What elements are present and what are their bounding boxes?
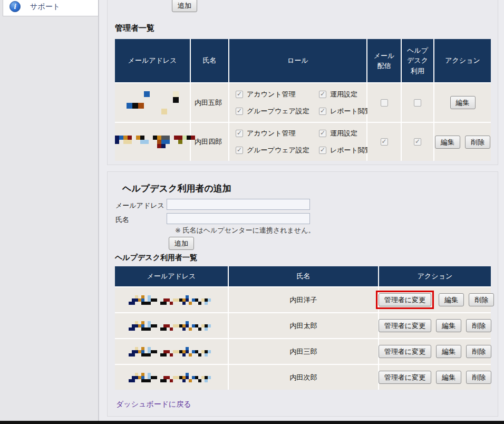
mosaic-block [127,103,132,109]
mosaic-block [144,91,150,97]
role-item: 運用設定 [319,90,370,99]
mosaic-block [154,376,157,379]
role-item: アカウント管理 [236,90,319,99]
add-helpdesk-user-button[interactable]: 追加 [169,237,194,250]
mosaic-block [174,136,178,140]
redacted-email-mosaic [129,347,214,356]
delete-button[interactable]: 削除 [466,319,491,332]
add-admin-button[interactable]: 追加 [172,0,197,12]
role-checkbox[interactable] [319,130,326,137]
edit-button[interactable]: 編集 [436,345,461,358]
edit-button[interactable]: 編集 [435,136,460,149]
mosaic-block [205,353,208,356]
mosaic-block [170,327,173,331]
role-checkbox[interactable] [236,91,243,98]
mosaic-block [189,302,192,305]
mosaic-block [157,144,161,148]
mosaic-block [161,144,166,148]
email-field[interactable] [167,199,310,210]
mosaic-block [173,97,179,103]
sidebar-item-support[interactable]: i サポート [3,0,99,16]
mail-delivery-checkbox[interactable] [381,138,388,146]
helpdesk-use-checkbox[interactable] [414,138,421,146]
name-field[interactable] [167,213,310,224]
mosaic-block [154,324,157,327]
delete-button[interactable]: 削除 [466,371,491,384]
change-to-admin-button[interactable]: 管理者に変更 [379,293,431,306]
mosaic-block [166,136,170,140]
role-checkbox[interactable] [236,147,243,154]
mosaic-block [178,140,182,144]
helpdesk-col-header-name: 氏名 [229,266,378,286]
mosaic-block [153,136,157,140]
mosaic-block [178,136,182,140]
admin-role-cell: アカウント管理運用設定グループウェア設定レポート閲覧 [229,83,366,122]
helpdesk-use-checkbox[interactable] [414,99,421,107]
mosaic-block [119,136,123,140]
role-grid: アカウント管理運用設定グループウェア設定レポート閲覧 [229,129,366,155]
mosaic-block [205,302,208,305]
mosaic-block [115,140,119,144]
helpdesk-email-cell [115,287,228,312]
helpdesk-action-cell: 管理者に変更編集削除 [379,365,491,390]
delete-button[interactable]: 削除 [466,345,491,358]
mosaic-block [148,302,151,305]
sidebar-item-label: サポート [30,2,60,12]
mosaic-block [208,324,211,327]
mosaic-block [163,327,167,331]
mosaic-block [208,350,211,353]
mosaic-block [198,379,201,382]
admin-col-header-email: メールアドレス [115,39,190,82]
admin-col-header-name: 氏名 [191,39,228,82]
role-checkbox[interactable] [319,91,326,98]
mosaic-block [182,353,186,356]
helpdesk-name-cell: 内田三郎 [229,339,378,364]
role-checkbox[interactable] [236,108,243,115]
mail-delivery-checkbox[interactable] [381,99,388,107]
role-item: 運用設定 [319,129,370,138]
helpdesk-email-cell [115,365,228,390]
change-to-admin-button[interactable]: 管理者に変更 [379,319,431,332]
role-label: レポート閲覧 [330,107,372,116]
info-icon: i [9,1,21,12]
role-checkbox[interactable] [319,147,326,154]
mosaic-block [144,140,149,144]
change-to-admin-button[interactable]: 管理者に変更 [379,371,431,384]
email-label: メールアドレス [115,201,164,210]
admin-email-cell [115,123,190,161]
window-bottom-edge [0,421,504,424]
mosaic-block [173,91,179,97]
mosaic-block [205,379,208,382]
mosaic-block [161,109,167,114]
redacted-email-mosaic [127,91,179,114]
mosaic-block [132,327,135,331]
admin-role-cell: アカウント管理運用設定グループウェア設定レポート閲覧 [229,123,366,161]
mosaic-block [136,136,140,140]
role-grid: アカウント管理運用設定グループウェア設定レポート閲覧 [229,90,366,116]
edit-button[interactable]: 編集 [436,371,461,384]
role-item: レポート閲覧 [319,146,370,155]
back-to-dashboard-link[interactable]: ダッシュボードに戻る [116,400,191,409]
role-label: レポート閲覧 [330,146,372,155]
mosaic-block [198,327,201,331]
role-item: アカウント管理 [236,129,319,138]
mosaic-block [138,103,144,109]
role-checkbox[interactable] [236,130,243,137]
admin-col-header-action: アクション [434,39,491,82]
admin-name-cell: 内田四郎 [191,123,228,161]
role-checkbox[interactable] [319,108,326,115]
delete-button[interactable]: 削除 [465,136,490,149]
delete-button[interactable]: 削除 [469,293,494,306]
helpdesk-use-cell [402,123,433,161]
edit-button[interactable]: 編集 [436,319,461,332]
edit-button[interactable]: 編集 [439,293,464,306]
mosaic-block [170,379,173,382]
redacted-email-mosaic [129,373,214,382]
mosaic-block [198,353,201,356]
mosaic-block [198,302,201,305]
helpdesk-add-title: ヘルプデスク利用者の追加 [122,182,231,195]
sidebar: i サポート [0,0,99,424]
edit-button[interactable]: 編集 [450,96,476,109]
admin-name-cell: 内田五郎 [191,83,228,122]
change-to-admin-button[interactable]: 管理者に変更 [379,345,431,358]
